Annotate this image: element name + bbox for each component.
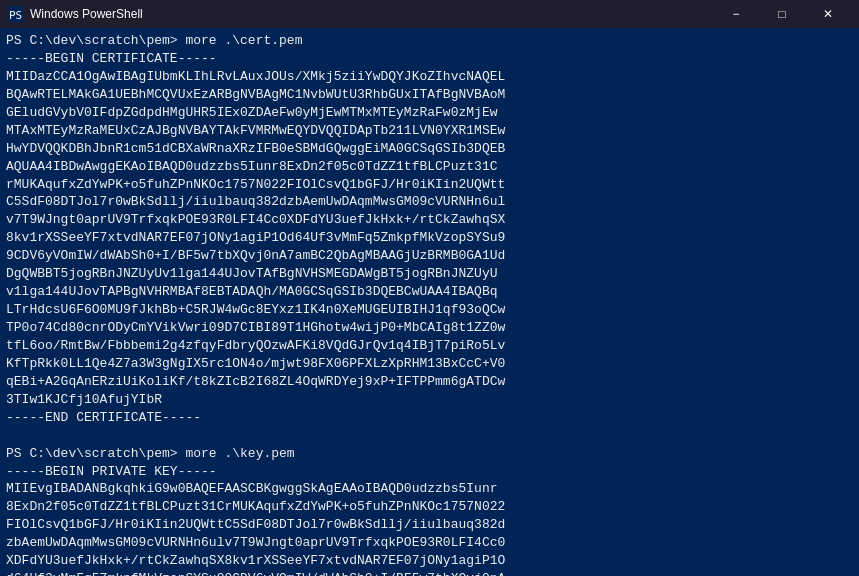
window-controls: − □ ✕ [713, 0, 851, 28]
close-button[interactable]: ✕ [805, 0, 851, 28]
svg-text:PS: PS [9, 9, 22, 22]
window-title: Windows PowerShell [30, 7, 707, 21]
title-bar: PS Windows PowerShell − □ ✕ [0, 0, 859, 28]
terminal-output[interactable]: PS C:\dev\scratch\pem> more .\cert.pem -… [0, 28, 859, 576]
minimize-button[interactable]: − [713, 0, 759, 28]
powershell-icon: PS [8, 6, 24, 22]
maximize-button[interactable]: □ [759, 0, 805, 28]
window: PS Windows PowerShell − □ ✕ PS C:\dev\sc… [0, 0, 859, 576]
